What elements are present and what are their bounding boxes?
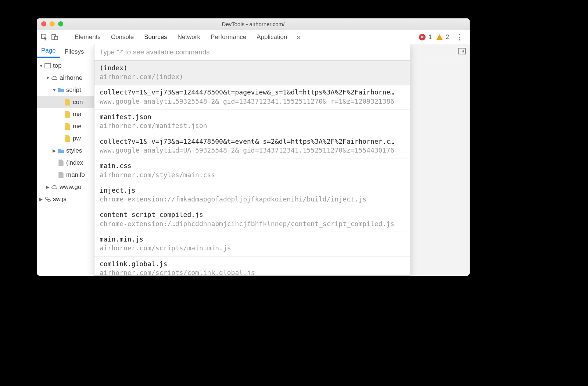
cloud-icon — [51, 183, 58, 191]
expand-arrow-icon: ▼ — [46, 75, 49, 81]
settings-menu-icon[interactable]: ⋮ — [453, 32, 466, 42]
file-yellow-icon — [64, 135, 71, 142]
command-result[interactable]: (index)airhorner.com/(index) — [94, 61, 410, 85]
tree-node[interactable]: ▼top — [37, 60, 94, 72]
command-result[interactable]: manifest.jsonairhorner.com/manifest.json — [94, 110, 410, 134]
tab-performance[interactable]: Performance — [205, 33, 251, 41]
command-results: (index)airhorner.com/(index)collect?v=1&… — [94, 61, 410, 275]
gears-icon — [44, 196, 51, 203]
result-secondary: www.google-analyti…d=UA-59325548-2&_gid=… — [100, 146, 405, 155]
more-tabs-icon[interactable]: » — [294, 33, 302, 41]
result-secondary: airhorner.com/(index) — [100, 72, 405, 81]
separator — [64, 33, 64, 41]
tree-node-label: sw.js — [53, 196, 67, 203]
tree-node-label: airhorne — [60, 74, 82, 82]
command-input[interactable] — [94, 44, 410, 61]
result-secondary: chrome-extension://fmkadmapgofadopljbjfk… — [100, 195, 405, 204]
panel-body: PageFilesys ▼top▼airhorne▼script con ma … — [37, 44, 470, 276]
tree-node[interactable]: manifo — [37, 169, 94, 181]
file-gray-icon — [58, 159, 64, 167]
tree-node[interactable]: pw — [37, 132, 94, 144]
command-menu: (index)airhorner.com/(index)collect?v=1&… — [94, 44, 410, 276]
svg-rect-2 — [54, 36, 58, 40]
expand-arrow-icon: ▶ — [46, 185, 49, 190]
file-yellow-icon — [64, 99, 71, 106]
tab-sources[interactable]: Sources — [139, 33, 172, 41]
command-result[interactable]: collect?v=1&_v=j73&a=1244478500&t=pagevi… — [94, 85, 410, 110]
tree-node[interactable]: ▶styles — [37, 144, 94, 157]
command-result[interactable]: inject.jschrome-extension://fmkadmapgofa… — [94, 183, 410, 208]
minimize-window-button[interactable] — [50, 21, 55, 26]
toggle-debugger-pane-icon[interactable] — [458, 48, 466, 54]
command-result[interactable]: main.cssairhorner.com/styles/main.css — [94, 158, 410, 183]
devtools-tabbar: ElementsConsoleSourcesNetworkPerformance… — [37, 30, 470, 44]
sidebar-tab-filesys[interactable]: Filesys — [60, 46, 89, 58]
tab-network[interactable]: Network — [172, 33, 205, 41]
tree-node-label: ma — [73, 111, 82, 118]
result-primary: comlink.global.js — [100, 260, 405, 268]
tree-node[interactable]: (index — [37, 157, 94, 169]
inspect-icon[interactable] — [40, 33, 49, 41]
result-primary: manifest.json — [100, 112, 405, 121]
tree-node[interactable]: me — [37, 120, 94, 132]
tree-node-label: manifo — [66, 171, 85, 179]
expand-arrow-icon — [52, 172, 56, 178]
result-primary: collect?v=1&_v=j73&a=1244478500&t=event&… — [100, 137, 405, 146]
sources-sidebar: PageFilesys ▼top▼airhorne▼script con ma … — [37, 44, 94, 276]
window-title: DevTools - airhorner.com/ — [222, 21, 285, 27]
expand-arrow-icon: ▼ — [39, 63, 43, 68]
result-secondary: www.google-analyti…59325548-2&_gid=13437… — [100, 97, 405, 106]
devtools-window: DevTools - airhorner.com/ ElementsConsol… — [37, 18, 470, 276]
tree-node-label: (index — [66, 159, 83, 167]
tree-node-label: script — [66, 86, 81, 94]
file-yellow-icon — [64, 111, 71, 118]
tree-node[interactable]: ▼script — [37, 84, 94, 96]
tree-node[interactable]: con — [37, 96, 94, 108]
command-result[interactable]: main.min.jsairhorner.com/scripts/main.mi… — [94, 232, 410, 257]
tab-application[interactable]: Application — [251, 33, 292, 41]
expand-arrow-icon — [59, 112, 62, 117]
tab-elements[interactable]: Elements — [69, 33, 106, 41]
expand-arrow-icon: ▶ — [52, 148, 56, 153]
tree-node[interactable]: ▼airhorne — [37, 72, 94, 84]
tab-console[interactable]: Console — [106, 33, 139, 41]
titlebar: DevTools - airhorner.com/ — [37, 18, 470, 30]
warning-icon[interactable] — [436, 34, 443, 40]
folder-blue-icon — [58, 147, 64, 154]
command-result[interactable]: comlink.global.jsairhorner.com/scripts/c… — [94, 257, 410, 275]
expand-arrow-icon — [52, 160, 56, 165]
zoom-window-button[interactable] — [58, 21, 63, 26]
close-window-button[interactable] — [41, 21, 46, 26]
sidebar-tab-page[interactable]: Page — [37, 45, 60, 58]
command-result[interactable]: collect?v=1&_v=j73&a=1244478500&t=event&… — [94, 134, 410, 159]
tree-node-label: me — [73, 123, 82, 130]
result-secondary: airhorner.com/styles/main.css — [100, 171, 405, 179]
tree-node[interactable]: ma — [37, 108, 94, 120]
expand-arrow-icon: ▶ — [39, 197, 43, 202]
result-primary: (index) — [100, 64, 405, 72]
tree-node-label: con — [73, 99, 83, 106]
result-secondary: airhorner.com/scripts/comlink.global.js — [100, 268, 405, 275]
result-primary: main.min.js — [100, 235, 405, 244]
cloud-icon — [51, 74, 58, 82]
error-icon[interactable]: ✕ — [419, 34, 426, 40]
expand-arrow-icon — [59, 124, 62, 129]
file-tree: ▼top▼airhorne▼script con ma me pw▶styles… — [37, 58, 94, 276]
result-primary: inject.js — [100, 186, 405, 195]
result-primary: content_script_compiled.js — [100, 210, 405, 219]
warning-count: 2 — [446, 34, 449, 40]
command-result[interactable]: content_script_compiled.jschrome-extensi… — [94, 207, 410, 232]
result-primary: main.css — [100, 161, 405, 170]
file-yellow-icon — [64, 123, 71, 130]
svg-point-5 — [48, 199, 50, 202]
expand-arrow-icon — [59, 136, 62, 141]
status-group: ✕ 1 2 ⋮ — [419, 32, 466, 42]
svg-point-4 — [46, 197, 48, 199]
result-primary: collect?v=1&_v=j73&a=1244478500&t=pagevi… — [100, 88, 405, 97]
tree-node[interactable]: ▶www.go — [37, 181, 94, 193]
tree-node[interactable]: ▶sw.js — [37, 193, 94, 205]
tree-node-label: top — [53, 62, 62, 69]
device-toggle-icon[interactable] — [51, 33, 59, 41]
svg-rect-3 — [45, 64, 51, 68]
tree-node-label: styles — [66, 147, 82, 154]
